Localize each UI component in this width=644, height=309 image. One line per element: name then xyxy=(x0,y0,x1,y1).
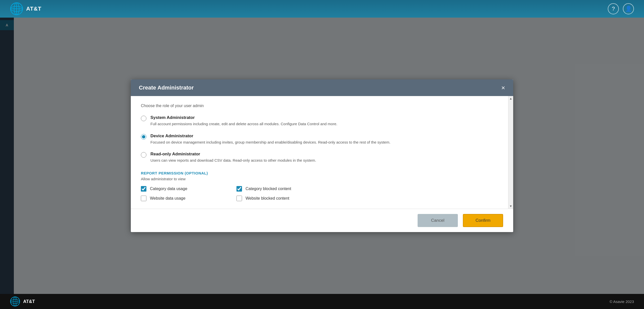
modal-title: Create Administrator xyxy=(139,84,194,91)
scroll-indicator: ▲ ▼ xyxy=(508,96,513,209)
modal-close-button[interactable]: × xyxy=(501,84,505,91)
role-option-system-admin: System Administrator Full account permis… xyxy=(141,115,503,127)
role-label-system-admin[interactable]: System Administrator Full account permis… xyxy=(150,115,337,127)
checkbox-option-cat-data-usage: Category data usage xyxy=(141,186,221,192)
role-title-device-admin: Device Administrator xyxy=(150,134,390,139)
role-desc-device-admin: Focused on device management including i… xyxy=(150,140,390,145)
checkbox-web-data-usage[interactable] xyxy=(141,196,146,201)
top-header: AT&T ? 👤 xyxy=(0,0,644,18)
role-desc-readonly-admin: Users can view reports and download CSV … xyxy=(150,158,316,163)
modal-footer: Cancel Confirm xyxy=(131,209,513,232)
checkbox-option-web-blocked-content: Website blocked content xyxy=(236,196,317,201)
checkbox-option-cat-blocked-content: Category blocked content xyxy=(236,186,317,192)
create-administrator-modal: Create Administrator × ▲ ▼ Choose the ro… xyxy=(131,79,513,232)
header-logo: AT&T xyxy=(10,2,42,15)
scroll-up-arrow[interactable]: ▲ xyxy=(508,96,513,101)
checkbox-label-cat-data-usage[interactable]: Category data usage xyxy=(150,187,187,191)
confirm-button[interactable]: Confirm xyxy=(463,214,503,227)
role-option-readonly-admin: Read-only Administrator Users can view r… xyxy=(141,152,503,163)
checkbox-label-web-data-usage[interactable]: Website data usage xyxy=(150,196,185,201)
modal-body: ▲ ▼ Choose the role of your user admin S… xyxy=(131,96,513,209)
role-instruction: Choose the role of your user admin xyxy=(141,104,503,108)
footer-copyright: © Asavie 2023 xyxy=(610,299,634,304)
report-permission-subtitle: Allow administrator to view xyxy=(141,177,503,181)
checkbox-option-web-data-usage: Website data usage xyxy=(141,196,221,201)
header-company-name: AT&T xyxy=(26,6,42,12)
modal-header: Create Administrator × xyxy=(131,79,513,96)
footer-company-name: AT&T xyxy=(23,299,35,304)
report-permission-section: REPORT PERMISSION (OPTIONAL) Allow admin… xyxy=(141,171,503,201)
role-title-system-admin: System Administrator xyxy=(150,115,337,120)
radio-system-admin[interactable] xyxy=(141,116,146,121)
report-permission-title: REPORT PERMISSION (OPTIONAL) xyxy=(141,171,503,175)
footer-logo: AT&T xyxy=(10,296,35,306)
bottom-footer: AT&T © Asavie 2023 xyxy=(0,294,644,309)
footer-globe-icon xyxy=(10,296,20,306)
header-icons: ? 👤 xyxy=(608,3,634,14)
checkbox-cat-blocked-content[interactable] xyxy=(236,186,242,192)
user-menu-button[interactable]: 👤 xyxy=(623,3,634,14)
checkbox-label-cat-blocked-content[interactable]: Category blocked content xyxy=(246,187,291,191)
role-option-device-admin: Device Administrator Focused on device m… xyxy=(141,134,503,145)
checkbox-grid: Category data usage Category blocked con… xyxy=(141,186,317,201)
radio-device-admin[interactable] xyxy=(141,134,146,140)
scroll-down-arrow[interactable]: ▼ xyxy=(508,204,513,209)
role-desc-system-admin: Full account permissions including creat… xyxy=(150,121,337,127)
checkbox-cat-data-usage[interactable] xyxy=(141,186,146,192)
cancel-button[interactable]: Cancel xyxy=(418,214,458,227)
role-label-readonly-admin[interactable]: Read-only Administrator Users can view r… xyxy=(150,152,316,163)
role-label-device-admin[interactable]: Device Administrator Focused on device m… xyxy=(150,134,390,145)
checkbox-web-blocked-content[interactable] xyxy=(236,196,242,201)
radio-readonly-admin[interactable] xyxy=(141,152,146,158)
help-button[interactable]: ? xyxy=(608,3,619,14)
checkbox-label-web-blocked-content[interactable]: Website blocked content xyxy=(246,196,289,201)
role-title-readonly-admin: Read-only Administrator xyxy=(150,152,316,157)
modal-overlay: Create Administrator × ▲ ▼ Choose the ro… xyxy=(0,18,644,294)
att-globe-icon xyxy=(10,2,23,15)
